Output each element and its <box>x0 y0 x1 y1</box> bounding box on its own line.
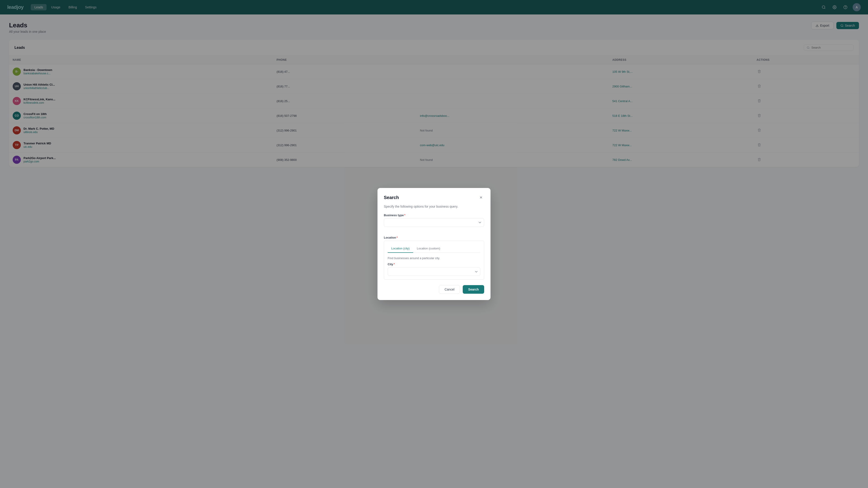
city-hint: Find businesses around a particular city… <box>388 256 480 260</box>
modal-overlay[interactable]: Search Specify the following options for… <box>0 0 868 488</box>
modal-close-button[interactable] <box>478 194 484 201</box>
business-type-select[interactable] <box>384 218 484 227</box>
city-select-wrap <box>388 267 480 276</box>
cancel-button[interactable]: Cancel <box>439 285 460 294</box>
location-tabs: Location (city) Location (custom) <box>388 245 480 253</box>
modal-subtitle: Specify the following options for your b… <box>384 204 484 209</box>
modal-search-button[interactable]: Search <box>463 285 484 294</box>
modal-title: Search <box>384 195 399 200</box>
close-icon <box>479 196 483 199</box>
city-label: City* <box>388 263 480 266</box>
location-group: Location* Location (city) Location (cust… <box>384 236 484 280</box>
tab-location-custom[interactable]: Location (custom) <box>413 245 444 253</box>
search-modal: Search Specify the following options for… <box>377 188 491 300</box>
modal-header: Search <box>384 194 484 201</box>
required-star-3: * <box>394 263 395 266</box>
required-star-1: * <box>404 214 405 217</box>
tab-location-city[interactable]: Location (city) <box>388 245 413 253</box>
required-star-2: * <box>397 236 398 239</box>
location-box: Location (city) Location (custom) Find b… <box>384 240 484 280</box>
city-select[interactable] <box>388 267 480 276</box>
location-label: Location* <box>384 236 484 239</box>
modal-footer: Cancel Search <box>384 285 484 294</box>
business-type-group: Business type* <box>384 214 484 231</box>
business-type-label: Business type* <box>384 214 484 217</box>
